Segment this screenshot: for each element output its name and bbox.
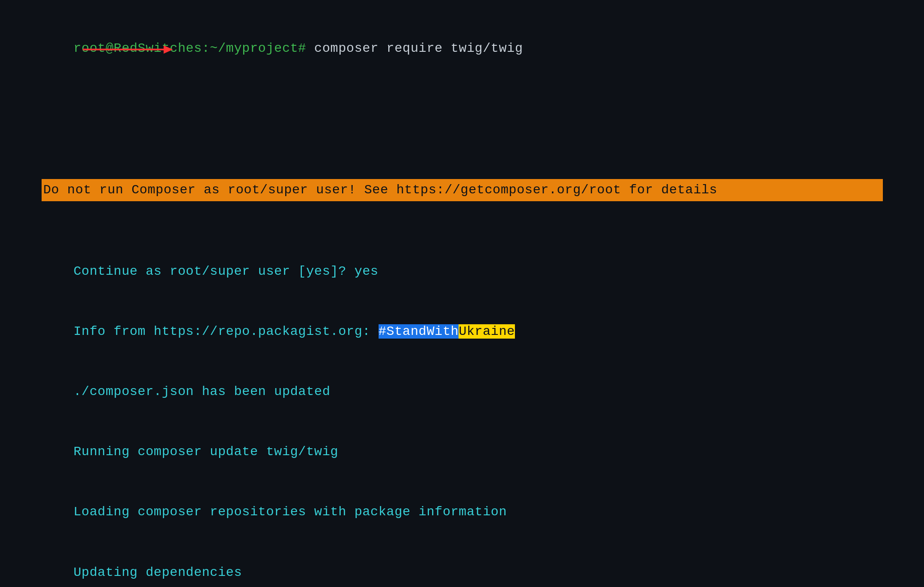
composer-json-line: ./composer.json has been updated	[42, 362, 883, 422]
info-prefix: Info from https://repo.packagist.org:	[73, 324, 379, 339]
ukraine-highlight: Ukraine	[459, 324, 515, 339]
running-line: Running composer update twig/twig	[42, 422, 883, 482]
continue-text: Continue as root/super user [yes]? yes	[73, 264, 379, 278]
hashtag-highlight: #StandWith	[379, 324, 459, 339]
svg-marker-1	[164, 45, 173, 54]
warning-text: Do not run Composer as root/super user! …	[42, 179, 883, 201]
loading-line: Loading composer repositories with packa…	[42, 482, 883, 542]
info-line: Info from https://repo.packagist.org: #S…	[42, 301, 883, 361]
warning-line: Do not run Composer as root/super user! …	[42, 139, 883, 241]
loading-text: Loading composer repositories with packa…	[73, 505, 507, 519]
terminal-window: root@RedSwitches:~/myproject# composer r…	[23, 0, 901, 587]
running-text: Running composer update twig/twig	[73, 445, 338, 459]
updating-line: Updating dependencies	[42, 542, 883, 587]
red-arrow-icon	[78, 39, 180, 60]
continue-line: Continue as root/super user [yes]? yes	[42, 241, 883, 301]
composer-json-text: ./composer.json has been updated	[73, 384, 330, 399]
command-text: composer require twig/twig	[306, 41, 523, 56]
command-line: root@RedSwitches:~/myproject# composer r…	[42, 19, 883, 139]
updating-text: Updating dependencies	[73, 565, 242, 580]
